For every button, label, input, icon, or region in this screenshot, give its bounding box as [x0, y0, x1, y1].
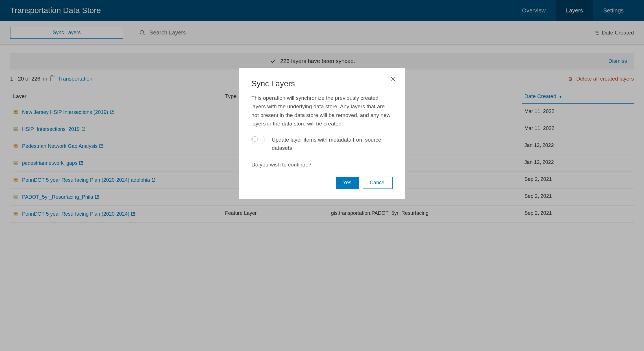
sync-layers-modal: Sync Layers This operation will synchron…	[239, 68, 405, 199]
metadata-toggle[interactable]	[251, 136, 265, 143]
modal-title: Sync Layers	[251, 79, 393, 88]
yes-button[interactable]: Yes	[336, 177, 359, 189]
modal-description: This operation will synchronize the prev…	[251, 94, 393, 128]
modal-overlay[interactable]: Sync Layers This operation will synchron…	[0, 0, 644, 223]
modal-confirm-text: Do you wish to continue?	[251, 161, 393, 169]
toggle-label: Update layer items with metadata from so…	[272, 136, 393, 152]
toggle-row: Update layer items with metadata from so…	[251, 136, 393, 152]
cancel-button[interactable]: Cancel	[363, 177, 393, 189]
modal-actions: Yes Cancel	[251, 177, 393, 189]
toggle-knob	[252, 136, 258, 142]
close-icon[interactable]	[390, 76, 397, 83]
